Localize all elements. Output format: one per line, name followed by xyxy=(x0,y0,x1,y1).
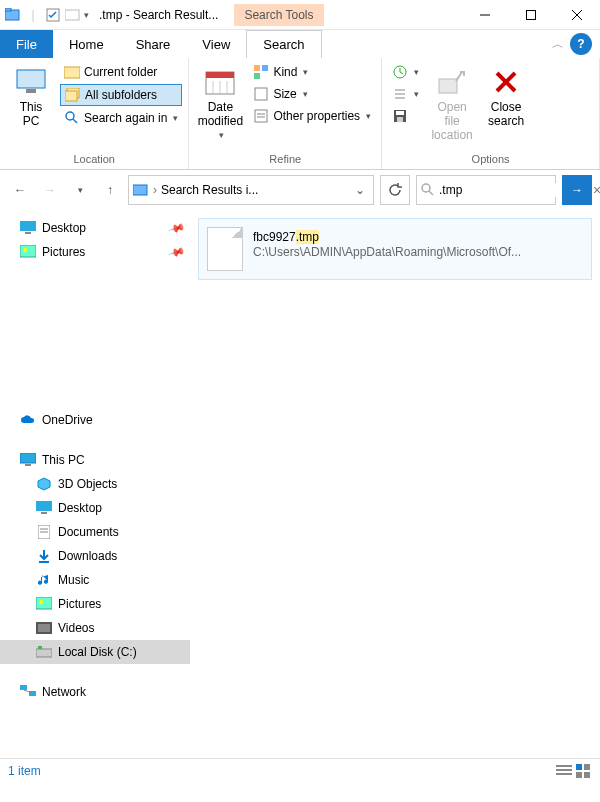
folder-icon xyxy=(64,64,80,80)
svg-line-39 xyxy=(429,191,433,195)
svg-rect-9 xyxy=(26,89,36,93)
drive-icon xyxy=(36,644,52,660)
tree-item-desktop-quick[interactable]: Desktop📌 xyxy=(0,216,190,240)
svg-point-53 xyxy=(39,600,43,604)
tree-item-desktop[interactable]: Desktop xyxy=(0,496,190,520)
svg-rect-32 xyxy=(396,111,404,115)
pictures-icon xyxy=(20,244,36,260)
svg-rect-65 xyxy=(584,764,590,770)
close-window-button[interactable] xyxy=(554,0,600,30)
svg-rect-21 xyxy=(262,65,268,71)
navigation-tree[interactable]: Desktop📌 Pictures📌 OneDrive This PC 3D O… xyxy=(0,210,190,758)
search-result-item[interactable]: fbc9927.tmp C:\Users\ADMIN\AppData\Roami… xyxy=(198,218,592,280)
svg-rect-37 xyxy=(133,185,147,195)
qat-customize[interactable]: ▾ xyxy=(84,10,89,20)
tab-file[interactable]: File xyxy=(0,30,53,58)
tree-item-music[interactable]: Music xyxy=(0,568,190,592)
navigation-bar: ← → ▾ ↑ › Search Results i... ⌄ × → xyxy=(0,170,600,210)
maximize-button[interactable] xyxy=(508,0,554,30)
properties-icon[interactable] xyxy=(44,6,62,24)
tree-item-downloads[interactable]: Downloads xyxy=(0,544,190,568)
all-subfolders-button[interactable]: All subfolders xyxy=(60,84,182,106)
save-icon xyxy=(392,108,408,124)
close-search-button[interactable]: Close search xyxy=(481,62,531,132)
address-text: Search Results i... xyxy=(161,183,347,197)
open-location-icon xyxy=(436,66,468,98)
explorer-icon xyxy=(4,6,22,24)
video-icon xyxy=(36,620,52,636)
recent-searches-button[interactable]: ▾ xyxy=(388,62,423,82)
other-properties-button[interactable]: Other properties▾ xyxy=(249,106,375,126)
svg-point-38 xyxy=(422,184,430,192)
address-dropdown[interactable]: ⌄ xyxy=(351,183,369,197)
svg-rect-63 xyxy=(556,773,572,775)
address-crumb-separator[interactable]: › xyxy=(153,183,157,197)
svg-point-13 xyxy=(66,112,74,120)
this-pc-button[interactable]: This PC xyxy=(6,62,56,132)
date-modified-button[interactable]: Date modified▾ xyxy=(195,62,245,144)
svg-rect-58 xyxy=(20,685,27,690)
tree-item-pictures-quick[interactable]: Pictures📌 xyxy=(0,240,190,264)
thumbnails-view-button[interactable] xyxy=(576,764,592,778)
save-search-button[interactable] xyxy=(388,106,423,126)
svg-rect-41 xyxy=(25,232,31,234)
forward-button[interactable]: → xyxy=(38,178,62,202)
tree-item-pictures[interactable]: Pictures xyxy=(0,592,190,616)
tab-share[interactable]: Share xyxy=(120,30,187,58)
svg-rect-57 xyxy=(38,646,42,649)
address-bar[interactable]: › Search Results i... ⌄ xyxy=(128,175,374,205)
svg-rect-61 xyxy=(556,765,572,767)
monitor-icon xyxy=(20,452,36,468)
svg-rect-40 xyxy=(20,221,36,231)
up-button[interactable]: ↑ xyxy=(98,178,122,202)
tree-item-videos[interactable]: Videos xyxy=(0,616,190,640)
qat-divider: | xyxy=(24,6,42,24)
open-file-location-button[interactable]: Open file location xyxy=(427,62,477,146)
size-icon xyxy=(253,86,269,102)
main-area: Desktop📌 Pictures📌 OneDrive This PC 3D O… xyxy=(0,210,600,758)
current-folder-button[interactable]: Current folder xyxy=(60,62,182,82)
svg-rect-10 xyxy=(64,67,80,78)
refresh-button[interactable] xyxy=(380,175,410,205)
back-button[interactable]: ← xyxy=(8,178,32,202)
new-folder-icon[interactable] xyxy=(64,6,82,24)
status-item-count: 1 item xyxy=(8,764,41,778)
svg-rect-45 xyxy=(25,464,31,466)
results-pane[interactable]: fbc9927.tmp C:\Users\ADMIN\AppData\Roami… xyxy=(190,210,600,758)
result-filename: fbc9927.tmp xyxy=(253,227,583,245)
help-button[interactable]: ? xyxy=(570,33,592,55)
tab-view[interactable]: View xyxy=(186,30,246,58)
tab-search[interactable]: Search xyxy=(246,30,321,58)
search-icon xyxy=(64,110,80,126)
details-view-button[interactable] xyxy=(556,764,572,778)
minimize-button[interactable] xyxy=(462,0,508,30)
tree-item-network[interactable]: Network xyxy=(0,680,190,704)
close-icon xyxy=(490,66,522,98)
recent-locations-button[interactable]: ▾ xyxy=(68,178,92,202)
collapse-ribbon-button[interactable]: ︿ xyxy=(546,30,570,58)
clock-icon xyxy=(392,64,408,80)
advanced-options-button[interactable]: ▾ xyxy=(388,84,423,104)
tree-item-documents[interactable]: Documents xyxy=(0,520,190,544)
svg-rect-12 xyxy=(65,91,77,101)
search-results-icon xyxy=(133,182,149,198)
svg-rect-64 xyxy=(576,764,582,770)
tree-item-thispc[interactable]: This PC xyxy=(0,448,190,472)
size-button[interactable]: Size▾ xyxy=(249,84,375,104)
title-bar: | ▾ .tmp - Search Result... Search Tools xyxy=(0,0,600,30)
network-icon xyxy=(20,684,36,700)
search-go-button[interactable]: → xyxy=(562,175,592,205)
svg-rect-33 xyxy=(397,117,403,122)
search-again-button[interactable]: Search again in▾ xyxy=(60,108,182,128)
svg-rect-47 xyxy=(41,512,47,514)
ribbon: This PC Current folder All subfolders Se… xyxy=(0,58,600,170)
tree-item-3dobjects[interactable]: 3D Objects xyxy=(0,472,190,496)
kind-button[interactable]: Kind▾ xyxy=(249,62,375,82)
tree-item-localdisk[interactable]: Local Disk (C:) xyxy=(0,640,190,664)
clear-search-button[interactable]: × xyxy=(593,182,600,198)
tab-home[interactable]: Home xyxy=(53,30,120,58)
document-icon xyxy=(36,524,52,540)
tree-item-onedrive[interactable]: OneDrive xyxy=(0,408,190,432)
cube-icon xyxy=(36,476,52,492)
search-box[interactable]: × xyxy=(416,175,556,205)
